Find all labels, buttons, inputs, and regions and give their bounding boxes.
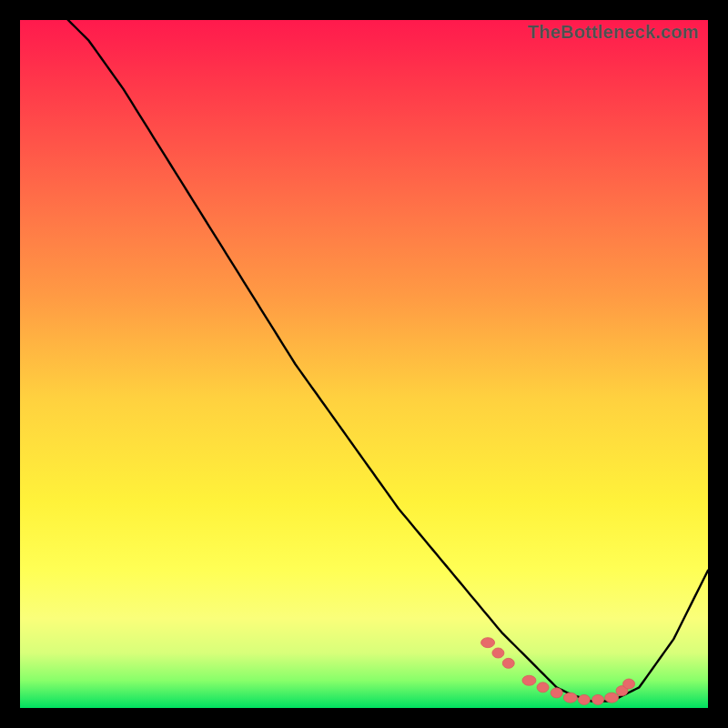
- curve-marker: [481, 638, 495, 648]
- chart-svg: [20, 20, 708, 708]
- curve-marker: [592, 694, 604, 704]
- bottleneck-curve: [20, 20, 708, 701]
- curve-marker: [551, 688, 562, 698]
- curve-marker: [623, 679, 635, 689]
- chart-frame: TheBottleneck.com: [0, 0, 728, 728]
- curve-marker: [605, 693, 619, 703]
- curve-markers: [481, 638, 635, 705]
- curve-marker: [522, 675, 536, 685]
- curve-marker: [537, 682, 549, 693]
- plot-area: TheBottleneck.com: [20, 20, 708, 708]
- curve-marker: [492, 648, 504, 658]
- curve-marker: [578, 694, 590, 704]
- curve-marker: [563, 693, 577, 703]
- curve-marker: [502, 658, 514, 668]
